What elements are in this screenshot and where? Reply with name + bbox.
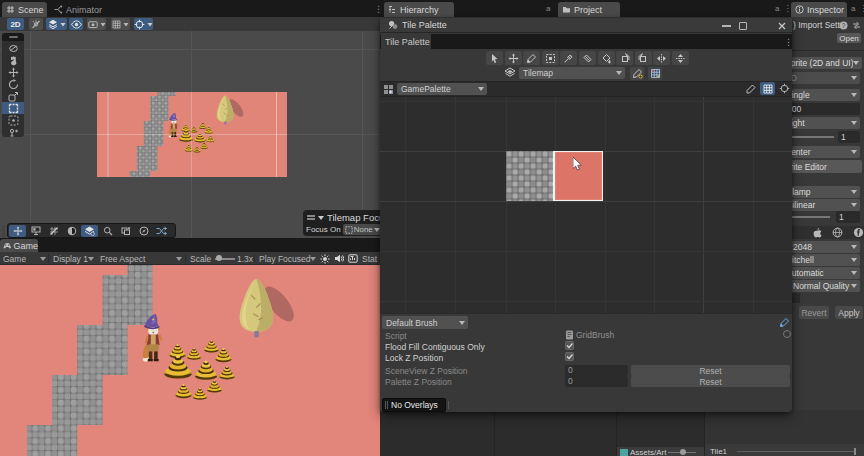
svg-text:?: ? bbox=[842, 21, 846, 28]
